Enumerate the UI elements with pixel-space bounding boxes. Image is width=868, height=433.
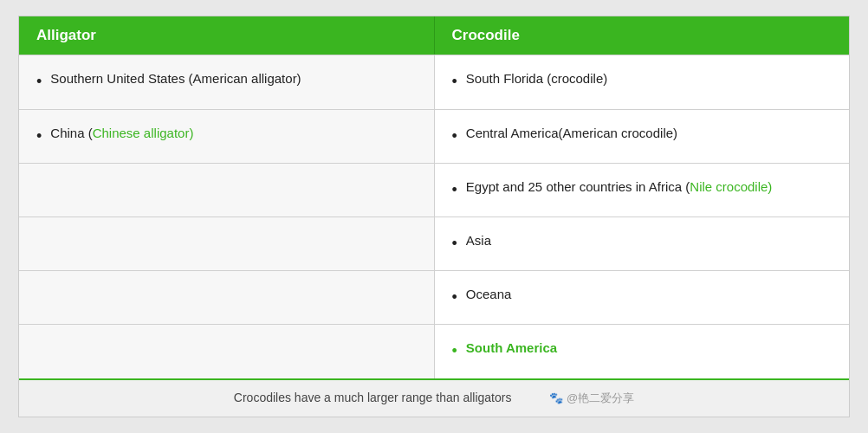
bullet-icon: • bbox=[452, 287, 457, 308]
header-crocodile: Crocodile bbox=[435, 16, 850, 55]
footer-text: Crocodiles have a much larger range than… bbox=[234, 391, 512, 404]
table-row: • Southern United States (American allig… bbox=[19, 55, 849, 108]
crocodile-cell-6: • South America bbox=[435, 325, 850, 378]
item-text: Southern United States (American alligat… bbox=[50, 71, 301, 86]
bullet-icon: • bbox=[452, 71, 457, 93]
item-text: South Florida (crocodile) bbox=[466, 71, 607, 86]
item-text: Central America(American crocodile) bbox=[466, 126, 677, 140]
bullet-icon: • bbox=[36, 126, 42, 147]
table-row: • Egypt and 25 other countries in Africa… bbox=[19, 163, 849, 216]
crocodile-cell-1: • South Florida (crocodile) bbox=[435, 55, 850, 108]
alligator-cell-6 bbox=[19, 325, 435, 378]
bullet-icon: • bbox=[452, 126, 457, 147]
crocodile-cell-3: • Egypt and 25 other countries in Africa… bbox=[435, 164, 850, 216]
crocodile-cell-2: • Central America(American crocodile) bbox=[435, 110, 850, 163]
bullet-icon: • bbox=[452, 233, 457, 255]
table-row: • Asia bbox=[19, 216, 849, 270]
list-item: • Egypt and 25 other countries in Africa… bbox=[452, 179, 832, 201]
green-label: Nile crocodile) bbox=[690, 179, 772, 194]
table-row: • South America bbox=[19, 324, 849, 378]
item-text: Egypt and 25 other countries in Africa (… bbox=[466, 179, 773, 194]
list-item: • Asia bbox=[452, 233, 832, 255]
table-footer: Crocodiles have a much larger range than… bbox=[19, 378, 849, 417]
alligator-cell-3 bbox=[19, 164, 435, 216]
item-text: China (Chinese alligator) bbox=[50, 126, 193, 140]
list-item: • China (Chinese alligator) bbox=[36, 126, 417, 147]
header-alligator: Alligator bbox=[19, 16, 435, 55]
item-text: Oceana bbox=[466, 287, 512, 301]
watermark-text: 🐾 @艳二爱分享 bbox=[549, 391, 634, 406]
bullet-icon: • bbox=[452, 179, 457, 201]
alligator-cell-4 bbox=[19, 217, 435, 270]
alligator-cell-2: • China (Chinese alligator) bbox=[19, 110, 435, 163]
crocodile-cell-5: • Oceana bbox=[435, 271, 850, 324]
bullet-icon: • bbox=[36, 71, 42, 93]
green-label: Chinese alligator) bbox=[93, 126, 194, 140]
table-row: • China (Chinese alligator) • Central Am… bbox=[19, 109, 849, 163]
list-item: • Oceana bbox=[452, 287, 832, 308]
item-text: Asia bbox=[466, 233, 491, 248]
table-row: • Oceana bbox=[19, 270, 849, 324]
comparison-table: Alligator Crocodile • Southern United St… bbox=[18, 16, 850, 417]
alligator-cell-1: • Southern United States (American allig… bbox=[19, 55, 435, 108]
crocodile-cell-4: • Asia bbox=[435, 217, 850, 270]
alligator-cell-5 bbox=[19, 271, 435, 324]
list-item: • South America bbox=[452, 340, 832, 362]
item-text: South America bbox=[466, 340, 557, 355]
list-item: • Southern United States (American allig… bbox=[36, 71, 417, 93]
list-item: • Central America(American crocodile) bbox=[452, 126, 832, 147]
table-header: Alligator Crocodile bbox=[19, 16, 849, 55]
bullet-icon: • bbox=[452, 340, 457, 362]
list-item: • South Florida (crocodile) bbox=[452, 71, 832, 93]
